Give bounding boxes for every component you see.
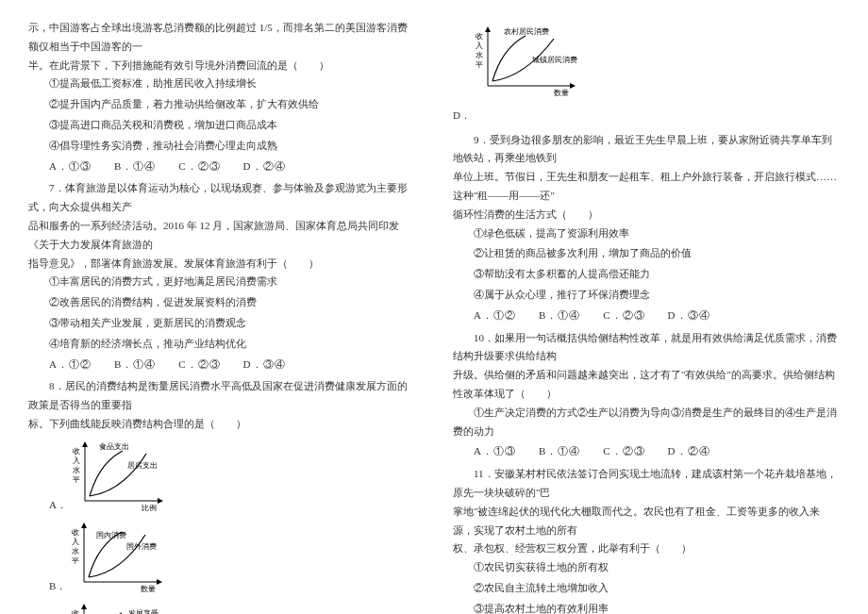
chart-d-curve1-label: 农村居民消费	[504, 27, 549, 36]
q11-option-1: ①农民切实获得土地的所有权	[453, 558, 840, 577]
svg-marker-8	[81, 523, 87, 528]
chart-b-xlabel: 数量	[141, 585, 156, 593]
chart-b-svg: 收 入 水 平 国内消费 国外消费 数量	[70, 521, 174, 596]
svg-text:入: 入	[72, 538, 79, 546]
chart-a-curve2-label: 居房支出	[127, 461, 158, 470]
q9-option-4: ④属于从众心理，推行了环保消费理念	[453, 286, 840, 305]
q7-choices: A．①② B．①④ C．②③ D．③④	[28, 356, 415, 374]
chart-c-curve2-label-1: 发展享受	[128, 609, 159, 614]
q11-line-3: 权、承包权、经营权三权分置，此举有利于（ ）	[453, 539, 840, 558]
q7-option-1: ①丰富居民的消费方式，更好地满足居民消费需求	[28, 273, 415, 291]
chart-b-curve1-label: 国内消费	[96, 531, 126, 539]
q11-option-2: ②农民自主流转土地增加收入	[453, 579, 840, 598]
chart-a-curve1-label: 食品支出	[99, 442, 129, 451]
chart-d-container: 收 入 水 平 农村居民消费 城镇居民消费 数量 D．	[453, 25, 840, 125]
q6-option-4: ④倡导理性务实消费，推动社会消费心理走向成熟	[28, 137, 415, 156]
svg-marker-24	[485, 26, 491, 32]
chart-a-xlabel: 比例	[142, 504, 157, 512]
svg-text:水: 水	[72, 547, 79, 556]
svg-text:水: 水	[73, 466, 80, 474]
q11-line-1: 11．安徽某村村民依法签订合同实现土地流转，建成该村第一个花卉栽培基地，原先一块…	[453, 465, 840, 503]
svg-text:平: 平	[476, 60, 483, 69]
q9-option-1: ①绿色低碳，提高了资源利用效率	[453, 224, 840, 243]
chart-c-svg: 收 入 水 平 食品支出 发展享受 资料支出 比例	[70, 602, 183, 614]
q6-choices: A．①③ B．①④ C．②③ D．②④	[28, 158, 415, 176]
q11-line-2: 掌地"被连绵起伏的现代化大棚取而代之。农民也有了租金、工资等更多的收入来源，实现…	[453, 503, 840, 540]
q10-choices: A．①③ B．①④ C．②③ D．②④	[453, 442, 840, 461]
chart-b-label: B．	[49, 577, 66, 596]
svg-text:入: 入	[73, 456, 80, 465]
q8-line-2: 标。下列曲线能反映消费结构合理的是（ ）	[28, 415, 415, 434]
left-column: 示，中国游客占全球出境游客总消费额的比例超过 1/5，而排名第二的美国游客消费额…	[28, 19, 415, 614]
q7-line-3: 指导意见》，部署体育旅游发展。发展体育旅游有利于（ ）	[28, 255, 415, 274]
q7-line-1: 7．体育旅游是以体育运动为核心，以现场观赛、参与体验及参观游览为主要形式，向大众…	[28, 179, 415, 217]
q9-line-2: 单位上班。节假日，王先生和朋友一起租车、租上户外旅行装备，开启旅行模式……这种"…	[453, 168, 840, 206]
svg-text:水: 水	[476, 51, 483, 59]
svg-text:平: 平	[72, 556, 79, 565]
q6-intro-2: 半。在此背景下，下列措施能有效引导境外消费回流的是（ ）	[28, 57, 415, 75]
chart-d-svg: 收 入 水 平 农村居民消费 城镇居民消费 数量	[474, 25, 596, 100]
q6-option-3: ③提高进口商品关税和消费税，增加进口商品成本	[28, 116, 415, 135]
svg-text:收: 收	[72, 528, 79, 537]
q10-line-1: 10．如果用一句话概括供给侧结构性改革，就是用有效供给满足优质需求，消费结构升级…	[453, 329, 840, 367]
q11-option-3: ③提高农村土地的有效利用率	[453, 600, 840, 614]
q7-line-2: 品和服务的一系列经济活动。2016 年 12 月，国家旅游局、国家体育总局共同印…	[28, 217, 415, 255]
q9-line-3: 循环性消费的生活方式（ ）	[453, 206, 840, 224]
q9-option-2: ②让租赁的商品被多次利用，增加了商品的价值	[453, 244, 840, 263]
chart-c-container: C． 收 入 水 平 食品支出 发展享受 资料支出 比例	[49, 602, 415, 614]
q8-line-1: 8．居民的消费结构是衡量居民消费水平高低及国家在促进消费健康发展方面的政策是否得…	[28, 377, 415, 415]
q7-option-2: ②改善居民的消费结构，促进发展资料的消费	[28, 293, 415, 312]
chart-b-container: B． 收 入 水 平 国内消费 国外消费 数量	[49, 521, 415, 596]
chart-a-container: A． 收 入 水 平 食品支出 居房支出 比例	[49, 440, 415, 515]
q10-line-2: 升级。供给侧的矛盾和问题越来越突出，这才有了"有效供给"的高要求。供给侧结构性改…	[453, 366, 840, 404]
svg-marker-10	[157, 579, 162, 585]
q9-line-1: 9．受到身边很多朋友的影响，最近王先生早晨上班，要从家附近骑共享单车到地铁站，再…	[453, 131, 840, 169]
chart-b-curve2-label: 国外消费	[126, 542, 157, 551]
q9-option-3: ③帮助没有太多积蓄的人提高偿还能力	[453, 265, 840, 284]
chart-a-ylabel-1: 收	[73, 447, 80, 456]
svg-text:平: 平	[73, 475, 80, 484]
q7-option-3: ③带动相关产业发展，更新居民的消费观念	[28, 314, 415, 333]
svg-marker-26	[570, 83, 576, 89]
chart-a-label: A．	[49, 496, 67, 515]
svg-text:收: 收	[72, 609, 79, 614]
chart-d-curve2-label: 城镇居民消费	[531, 56, 577, 64]
q7-option-4: ④培育新的经济增长点，推动产业结构优化	[28, 335, 415, 354]
svg-text:收: 收	[476, 32, 483, 41]
chart-d-label: D．	[453, 107, 840, 125]
svg-text:入: 入	[476, 41, 483, 50]
chart-d-xlabel: 数量	[554, 89, 569, 97]
q6-option-1: ①提高最低工资标准，助推居民收入持续增长	[28, 75, 415, 93]
svg-marker-3	[158, 498, 163, 504]
right-column: 收 入 水 平 农村居民消费 城镇居民消费 数量 D． 9．受到身边很多朋友的影…	[453, 19, 840, 614]
q9-choices: A．①② B．①④ C．②③ D．③④	[453, 307, 840, 325]
q10-option-1: ①生产决定消费的方式②生产以消费为导向③消费是生产的最终目的④生产是消费的动力	[453, 404, 840, 441]
svg-marker-16	[81, 604, 87, 609]
q6-intro-1: 示，中国游客占全球出境游客总消费额的比例超过 1/5，而排名第二的美国游客消费额…	[28, 19, 415, 57]
q6-option-2: ②提升国内产品质量，着力推动供给侧改革，扩大有效供给	[28, 95, 415, 114]
chart-a-svg: 收 入 水 平 食品支出 居房支出 比例	[71, 440, 175, 515]
svg-marker-1	[82, 441, 88, 447]
